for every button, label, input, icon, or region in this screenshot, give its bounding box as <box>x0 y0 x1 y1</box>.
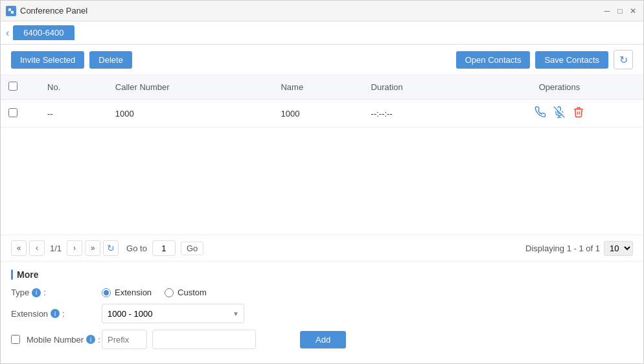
save-contacts-button[interactable]: Save Contacts <box>535 51 608 69</box>
back-button[interactable]: ‹ <box>6 27 9 39</box>
pagination-refresh-button[interactable]: ↻ <box>103 240 119 256</box>
type-radio-group: Extension Custom <box>102 288 207 297</box>
extension-radio-item[interactable]: Extension <box>102 288 152 297</box>
extension-row: Extension i: 1000 - 1000 ▼ <box>11 304 633 323</box>
custom-radio-label: Custom <box>178 288 207 297</box>
row-checkbox[interactable] <box>8 108 17 117</box>
col-duration-header: Duration <box>363 75 476 100</box>
type-label: Type i: <box>11 288 102 297</box>
close-button[interactable]: ✕ <box>628 6 638 16</box>
row-no: -- <box>40 100 108 128</box>
refresh-icon: ↻ <box>619 54 628 66</box>
delete-button[interactable]: Delete <box>89 51 132 69</box>
contacts-table-area: No. Caller Number Name Duration Operatio… <box>1 75 643 234</box>
type-info-icon[interactable]: i <box>32 288 41 297</box>
extension-radio[interactable] <box>102 288 111 297</box>
mobile-label: Mobile Number i: <box>11 335 102 345</box>
open-contacts-button[interactable]: Open Contacts <box>456 51 531 69</box>
more-section: More Type i: Extension Custom E <box>1 261 643 363</box>
toolbar: Invite Selected Delete Open Contacts Sav… <box>1 45 643 75</box>
col-checkbox <box>1 75 40 100</box>
type-row: Type i: Extension Custom <box>11 288 633 297</box>
col-caller-header: Caller Number <box>108 75 273 100</box>
toolbar-left: Invite Selected Delete <box>11 51 132 69</box>
col-name-header: Name <box>273 75 363 100</box>
minimize-button[interactable]: ─ <box>602 6 612 16</box>
last-page-button[interactable]: » <box>85 240 100 256</box>
mobile-info-icon[interactable]: i <box>86 335 95 344</box>
toolbar-right: Open Contacts Save Contacts ↻ <box>456 50 633 69</box>
more-title-row: More <box>11 269 633 280</box>
table-row: -- 1000 1000 --:--:-- <box>1 100 643 128</box>
extension-radio-label: Extension <box>115 288 152 297</box>
first-page-button[interactable]: « <box>11 240 27 256</box>
title-bar-left: Conference Panel <box>6 6 87 16</box>
mobile-checkbox[interactable] <box>11 335 20 344</box>
contacts-table: No. Caller Number Name Duration Operatio… <box>1 75 643 128</box>
conference-panel-window: Conference Panel ─ □ ✕ ‹ 6400-6400 Invit… <box>0 0 644 364</box>
per-page-select[interactable]: 10 20 50 <box>604 241 633 256</box>
mute-button[interactable] <box>553 106 565 120</box>
prefix-input[interactable] <box>102 330 147 349</box>
maximize-button[interactable]: □ <box>615 6 625 16</box>
invite-selected-button[interactable]: Invite Selected <box>11 51 84 69</box>
pagination-left: « ‹ 1/1 › » ↻ Go to Go <box>11 240 203 256</box>
tab-bar: ‹ 6400-6400 <box>1 21 643 45</box>
custom-radio[interactable] <box>165 288 174 297</box>
delete-row-button[interactable] <box>573 106 584 120</box>
pagination-right: Displaying 1 - 1 of 1 10 20 50 <box>525 241 633 256</box>
go-button[interactable]: Go <box>181 242 203 255</box>
prev-page-button[interactable]: ‹ <box>29 240 45 256</box>
mobile-input-row: Add <box>102 330 346 349</box>
refresh-button[interactable]: ↻ <box>614 50 633 69</box>
row-checkbox-cell <box>1 100 40 128</box>
goto-label: Go to <box>126 244 147 253</box>
title-bar: Conference Panel ─ □ ✕ <box>1 1 643 21</box>
row-duration: --:--:-- <box>363 100 476 128</box>
goto-input[interactable] <box>152 240 176 256</box>
row-operations <box>476 100 643 128</box>
app-icon <box>6 6 16 16</box>
call-button[interactable] <box>535 106 546 120</box>
table-body: -- 1000 1000 --:--:-- <box>1 100 643 128</box>
extension-info-icon[interactable]: i <box>51 309 60 318</box>
add-button[interactable]: Add <box>300 331 346 348</box>
row-caller-number: 1000 <box>108 100 273 128</box>
custom-radio-item[interactable]: Custom <box>165 288 207 297</box>
window-title: Conference Panel <box>20 6 87 16</box>
table-header: No. Caller Number Name Duration Operatio… <box>1 75 643 100</box>
row-name: 1000 <box>273 100 363 128</box>
extension-select[interactable]: 1000 - 1000 <box>102 304 244 323</box>
window-controls: ─ □ ✕ <box>602 6 638 16</box>
mobile-number-input[interactable] <box>152 330 256 349</box>
pagination-bar: « ‹ 1/1 › » ↻ Go to Go Displaying 1 - 1 … <box>1 234 643 261</box>
more-border-accent <box>11 269 13 280</box>
select-all-checkbox[interactable] <box>8 82 17 91</box>
displaying-label: Displaying 1 - 1 of 1 <box>525 244 600 253</box>
col-ops-header: Operations <box>476 75 643 100</box>
extension-label: Extension i: <box>11 309 102 319</box>
col-no-header: No. <box>40 75 108 100</box>
active-tab[interactable]: 6400-6400 <box>13 25 74 40</box>
extension-dropdown-wrap: 1000 - 1000 ▼ <box>102 304 244 323</box>
mobile-number-row: Mobile Number i: Add <box>11 330 633 349</box>
next-page-button[interactable]: › <box>67 240 82 256</box>
svg-rect-1 <box>11 11 14 14</box>
svg-rect-0 <box>8 8 11 11</box>
page-info: 1/1 <box>50 244 62 253</box>
more-title-label: More <box>17 269 38 280</box>
